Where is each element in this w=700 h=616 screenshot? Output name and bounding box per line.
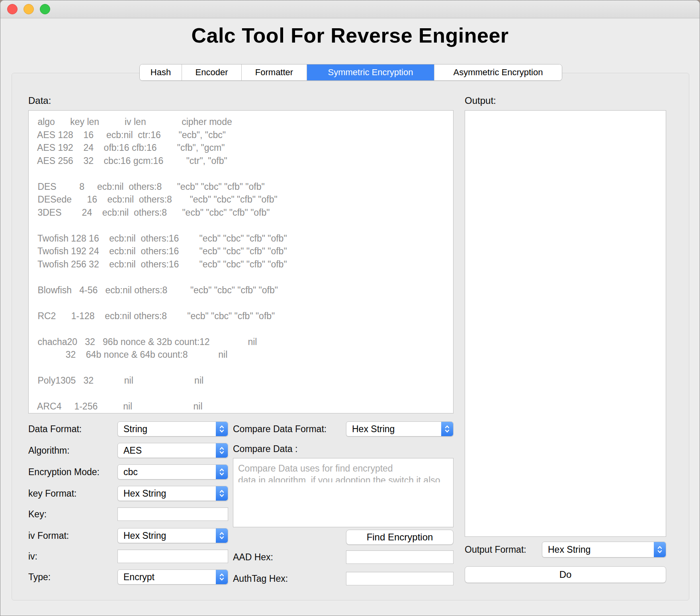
chevron-up-down-icon — [216, 570, 228, 584]
type-value: Encrypt — [118, 572, 216, 583]
key-format-select[interactable]: Hex String — [117, 486, 228, 501]
key-format-label: key Format: — [28, 486, 76, 501]
app-window: Calc Tool For Reverse Engineer Hash Enco… — [0, 0, 700, 616]
output-format-value: Hex String — [542, 544, 654, 555]
minimize-button[interactable] — [23, 4, 34, 14]
chevron-up-down-icon — [216, 443, 228, 458]
data-textarea[interactable]: algo key len iv len cipher mode AES 128 … — [28, 110, 454, 413]
data-label: Data: — [28, 95, 51, 106]
type-select[interactable]: Encrypt — [117, 569, 228, 585]
chevron-up-down-icon — [441, 422, 453, 436]
tab-hash[interactable]: Hash — [140, 64, 182, 80]
tab-symmetric-encryption[interactable]: Symmetric Encryption — [307, 64, 434, 80]
chevron-up-down-icon — [216, 465, 228, 479]
tab-bar: Hash Encoder Formatter Symmetric Encrypt… — [139, 64, 562, 81]
tab-formatter[interactable]: Formatter — [242, 64, 307, 80]
aad-hex-label: AAD Hex: — [233, 550, 273, 564]
chevron-up-down-icon — [654, 542, 666, 557]
do-button[interactable]: Do — [465, 566, 666, 583]
authtag-hex-input[interactable] — [346, 572, 454, 585]
close-button[interactable] — [7, 4, 18, 14]
compare-data-placeholder: Compare Data uses for find encrypted dat… — [233, 458, 453, 482]
compare-data-label: Compare Data : — [233, 441, 297, 456]
key-format-value: Hex String — [118, 488, 216, 499]
output-text — [465, 111, 666, 536]
key-label: Key: — [28, 507, 47, 522]
aad-hex-input[interactable] — [346, 550, 454, 564]
chevron-up-down-icon — [216, 422, 228, 436]
compare-data-format-select[interactable]: Hex String — [346, 421, 454, 437]
compare-data-format-value: Hex String — [346, 424, 441, 435]
key-input[interactable] — [117, 507, 228, 521]
iv-format-value: Hex String — [118, 530, 216, 541]
output-textarea[interactable] — [465, 110, 666, 537]
app-title: Calc Tool For Reverse Engineer — [0, 23, 700, 47]
algorithm-value: AES — [118, 445, 216, 456]
tab-asymmetric-encryption[interactable]: Asymmetric Encryption — [434, 64, 562, 80]
iv-label: iv: — [28, 549, 37, 564]
tab-label: Symmetric Encryption — [328, 67, 413, 78]
data-text: algo key len iv len cipher mode AES 128 … — [29, 111, 453, 413]
traffic-lights — [7, 4, 50, 14]
encryption-mode-value: cbc — [118, 467, 216, 478]
chevron-up-down-icon — [216, 528, 228, 543]
tab-label: Encoder — [196, 67, 228, 78]
tab-label: Formatter — [255, 67, 293, 78]
zoom-button[interactable] — [40, 4, 50, 14]
chevron-up-down-icon — [216, 486, 228, 501]
titlebar[interactable] — [0, 0, 700, 18]
output-format-select[interactable]: Hex String — [542, 542, 666, 558]
iv-input[interactable] — [117, 550, 228, 563]
data-format-label: Data Format: — [28, 421, 82, 437]
type-label: Type: — [28, 569, 51, 585]
algorithm-select[interactable]: AES — [117, 443, 228, 458]
encryption-mode-select[interactable]: cbc — [117, 464, 228, 480]
find-encryption-button[interactable]: Find Encryption — [346, 530, 454, 545]
output-label: Output: — [465, 95, 496, 106]
tab-label: Hash — [151, 67, 171, 78]
authtag-hex-label: AuthTag Hex: — [233, 571, 288, 586]
tab-encoder[interactable]: Encoder — [182, 64, 242, 80]
encryption-mode-label: Encryption Mode: — [28, 464, 100, 480]
data-format-value: String — [118, 424, 216, 435]
iv-format-label: iv Format: — [28, 528, 69, 543]
iv-format-select[interactable]: Hex String — [117, 528, 228, 543]
tab-label: Asymmetric Encryption — [454, 67, 543, 78]
compare-data-format-label: Compare Data Format: — [233, 421, 327, 437]
algorithm-label: Algorithm: — [28, 443, 70, 458]
data-format-select[interactable]: String — [117, 421, 228, 437]
output-format-label: Output Format: — [465, 542, 526, 558]
compare-data-input[interactable]: Compare Data uses for find encrypted dat… — [233, 458, 454, 527]
